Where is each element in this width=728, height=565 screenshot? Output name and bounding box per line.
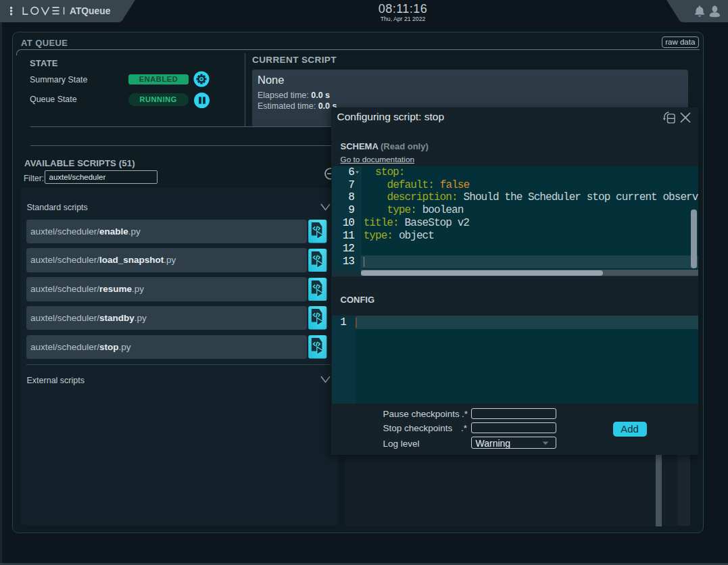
svg-text:ATQueue: ATQueue (70, 6, 111, 16)
